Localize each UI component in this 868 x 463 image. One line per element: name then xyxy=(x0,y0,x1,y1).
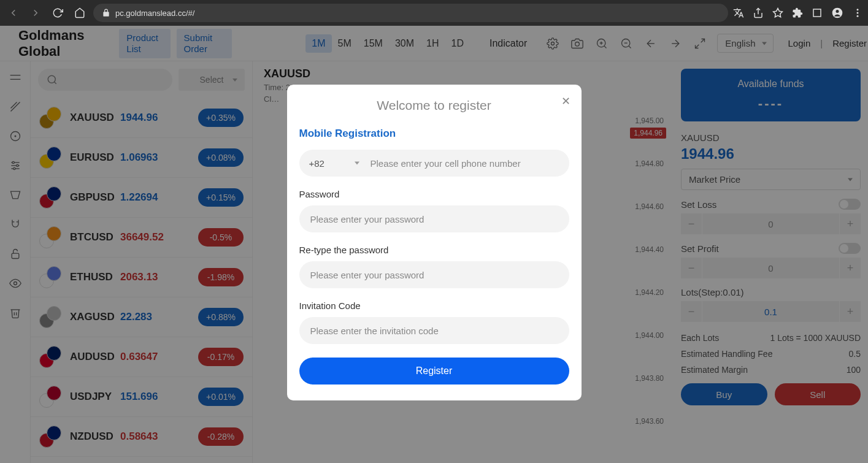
share-icon[interactable] xyxy=(753,7,764,18)
modal-title: Welcome to register xyxy=(299,98,569,113)
back-button[interactable] xyxy=(5,4,22,21)
lock-icon xyxy=(102,9,110,17)
url-text: pc.goldmanslead.cc/#/ xyxy=(115,9,194,18)
retype-password-input[interactable] xyxy=(299,261,569,288)
tab-icon[interactable] xyxy=(812,7,823,18)
svg-point-4 xyxy=(836,10,839,13)
register-modal: ✕ Welcome to register Mobile Registratio… xyxy=(287,85,582,400)
svg-point-7 xyxy=(857,15,859,17)
svg-point-6 xyxy=(857,12,859,14)
invite-label: Invitation Code xyxy=(299,300,569,311)
forward-button[interactable] xyxy=(27,4,44,21)
invitation-code-input[interactable] xyxy=(299,317,569,344)
country-code-select[interactable]: +82 xyxy=(309,158,371,169)
password-label: Password xyxy=(299,189,569,199)
svg-marker-1 xyxy=(774,9,783,17)
translate-icon[interactable] xyxy=(733,7,744,18)
extensions-icon[interactable] xyxy=(792,7,803,18)
home-button[interactable] xyxy=(71,4,88,21)
phone-input[interactable] xyxy=(371,150,559,177)
reload-button[interactable] xyxy=(49,4,66,21)
modal-close-button[interactable]: ✕ xyxy=(561,94,570,108)
star-icon[interactable] xyxy=(772,7,783,18)
modal-subtitle: Mobile Registration xyxy=(299,128,569,140)
retype-label: Re-type the password xyxy=(299,245,569,255)
menu-icon[interactable] xyxy=(852,7,863,18)
profile-icon[interactable] xyxy=(831,7,843,19)
modal-overlay[interactable]: ✕ Welcome to register Mobile Registratio… xyxy=(0,26,868,463)
svg-point-5 xyxy=(857,9,859,10)
register-submit-button[interactable]: Register xyxy=(299,358,569,385)
password-input[interactable] xyxy=(299,205,569,232)
svg-rect-2 xyxy=(813,9,821,17)
url-bar[interactable]: pc.goldmanslead.cc/#/ xyxy=(93,4,728,22)
browser-chrome: pc.goldmanslead.cc/#/ xyxy=(0,0,868,26)
